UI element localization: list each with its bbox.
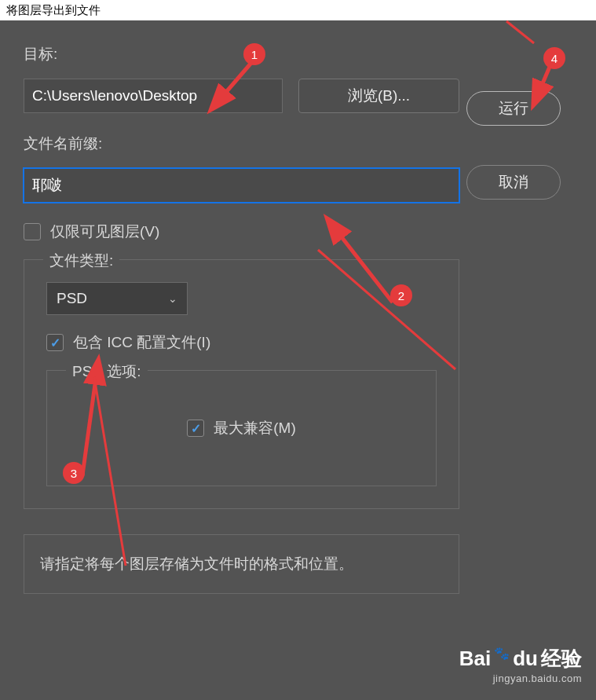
annotation-marker-4: 4 <box>543 47 565 69</box>
max-compat-checkbox[interactable] <box>187 420 204 437</box>
annotation-marker-2: 2 <box>390 284 412 306</box>
psd-options-fieldset: PSD 选项: 最大兼容(M) <box>46 370 437 486</box>
right-panel: 运行 取消 <box>466 44 569 218</box>
dialog-title: 将图层导出到文件 <box>0 0 596 20</box>
icc-label: 包含 ICC 配置文件(I) <box>73 332 210 353</box>
paw-icon: 🐾 <box>494 646 510 661</box>
max-compat-row: 最大兼容(M) <box>69 418 414 438</box>
psd-options-legend: PSD 选项: <box>66 361 148 382</box>
target-row: 浏览(B)... <box>24 79 459 113</box>
visible-only-label: 仅限可见图层(V) <box>50 222 159 242</box>
run-button[interactable]: 运行 <box>466 91 561 126</box>
prefix-input[interactable] <box>24 168 459 203</box>
visible-only-row: 仅限可见图层(V) <box>24 222 459 242</box>
icc-checkbox[interactable] <box>46 334 64 351</box>
watermark: Bai🐾du 经验 jingyan.baidu.com <box>459 645 582 684</box>
left-panel: 目标: 浏览(B)... 文件名前缀: 仅限可见图层(V) 文件类型: PSD … <box>24 44 459 594</box>
file-type-legend: 文件类型: <box>43 251 119 271</box>
watermark-brand2: du <box>513 647 538 671</box>
chevron-down-icon: ⌄ <box>168 292 177 305</box>
annotation-marker-1: 1 <box>243 43 265 65</box>
max-compat-label: 最大兼容(M) <box>214 418 295 438</box>
annotation-marker-3: 3 <box>63 462 85 484</box>
icc-row: 包含 ICC 配置文件(I) <box>46 332 437 353</box>
watermark-url: jingyan.baidu.com <box>459 673 582 684</box>
watermark-brand: Bai <box>459 647 491 671</box>
cancel-button[interactable]: 取消 <box>466 165 561 200</box>
target-label: 目标: <box>24 44 459 64</box>
file-type-dropdown[interactable]: PSD ⌄ <box>46 282 188 315</box>
file-type-value: PSD <box>57 290 87 307</box>
target-path-input[interactable] <box>24 79 283 113</box>
prefix-label: 文件名前缀: <box>24 134 459 154</box>
footer-instructions: 请指定将每个图层存储为文件时的格式和位置。 <box>24 534 459 594</box>
watermark-cn: 经验 <box>541 645 582 673</box>
visible-only-checkbox[interactable] <box>24 223 41 240</box>
dialog-body: 目标: 浏览(B)... 文件名前缀: 仅限可见图层(V) 文件类型: PSD … <box>0 20 596 68</box>
browse-button[interactable]: 浏览(B)... <box>298 79 459 113</box>
